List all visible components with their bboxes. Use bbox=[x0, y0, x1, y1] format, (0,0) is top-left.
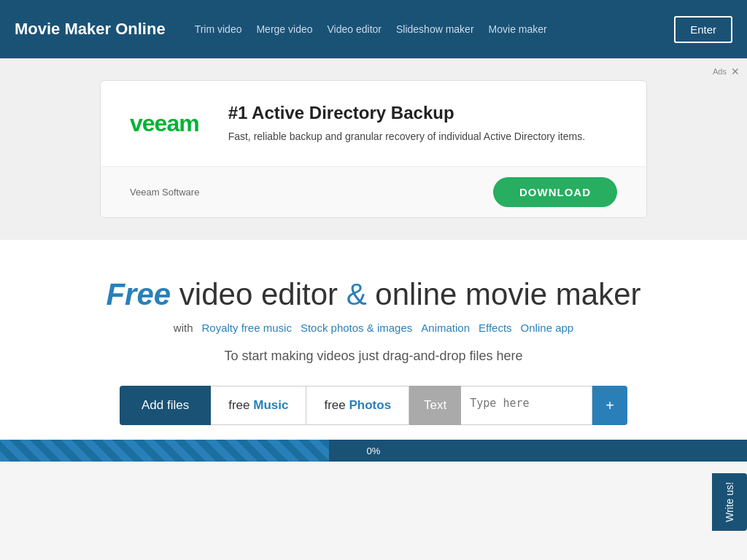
text-label-button[interactable]: Text bbox=[409, 386, 461, 425]
headline-end: online movie maker bbox=[375, 277, 640, 311]
ad-card: veeam #1 Active Directory Backup Fast, r… bbox=[100, 80, 647, 218]
ad-label: Ads bbox=[713, 67, 727, 76]
free-photos-button[interactable]: free Photos bbox=[306, 386, 409, 425]
ad-section: Ads ✕ veeam #1 Active Directory Backup F… bbox=[0, 58, 747, 240]
main-nav: Trim video Merge video Video editor Slid… bbox=[195, 23, 547, 35]
header-left: Movie Maker Online Trim video Merge vide… bbox=[15, 20, 547, 39]
subheading-online-app[interactable]: Online app bbox=[521, 322, 574, 334]
site-logo[interactable]: Movie Maker Online bbox=[15, 20, 166, 39]
header: Movie Maker Online Trim video Merge vide… bbox=[0, 0, 747, 58]
ad-close-icon[interactable]: ✕ bbox=[731, 66, 740, 77]
free-photos-photos: Photos bbox=[349, 398, 391, 412]
ad-title: #1 Active Directory Backup bbox=[228, 103, 585, 123]
subheading: with Royalty free music Stock photos & i… bbox=[15, 322, 732, 334]
free-music-music: Music bbox=[253, 398, 288, 412]
nav-slideshow-maker[interactable]: Slideshow maker bbox=[396, 23, 474, 35]
ad-text: #1 Active Directory Backup Fast, reliabl… bbox=[228, 103, 585, 144]
subheading-effects[interactable]: Effects bbox=[479, 322, 512, 334]
headline-free: Free bbox=[106, 277, 171, 311]
nav-trim-video[interactable]: Trim video bbox=[195, 23, 242, 35]
nav-movie-maker[interactable]: Movie maker bbox=[489, 23, 547, 35]
ad-card-footer: Veeam Software DOWNLOAD bbox=[101, 166, 646, 217]
tagline: To start making videos just drag-and-dro… bbox=[15, 349, 732, 364]
ad-description: Fast, reliable backup and granular recov… bbox=[228, 129, 585, 144]
subheading-stock[interactable]: Stock photos & images bbox=[301, 322, 412, 334]
main-headline: Free video editor & online movie maker bbox=[15, 276, 732, 313]
nav-merge-video[interactable]: Merge video bbox=[256, 23, 312, 35]
ad-source: Veeam Software bbox=[130, 187, 199, 198]
download-button[interactable]: DOWNLOAD bbox=[493, 177, 617, 207]
free-photos-free: free bbox=[324, 398, 345, 412]
free-music-free: free bbox=[228, 398, 249, 412]
free-music-button[interactable]: free Music bbox=[211, 386, 306, 425]
text-input[interactable] bbox=[461, 386, 592, 425]
action-bar: Add files free Music free Photos Text + bbox=[15, 386, 732, 425]
nav-video-editor[interactable]: Video editor bbox=[328, 23, 382, 35]
subheading-animation[interactable]: Animation bbox=[421, 322, 470, 334]
plus-button[interactable]: + bbox=[592, 386, 627, 425]
progress-area: 0% bbox=[0, 440, 747, 462]
progress-text: 0% bbox=[15, 446, 732, 456]
subheading-royalty[interactable]: Royalty free music bbox=[202, 322, 292, 334]
ad-badge: Ads ✕ bbox=[713, 66, 740, 77]
main-content: Free video editor & online movie maker w… bbox=[0, 240, 747, 440]
headline-amp: & bbox=[347, 277, 367, 311]
add-files-button[interactable]: Add files bbox=[120, 386, 211, 425]
subheading-with: with bbox=[174, 322, 193, 334]
veeam-logo: veeam bbox=[130, 110, 199, 137]
ad-card-content: veeam #1 Active Directory Backup Fast, r… bbox=[101, 81, 646, 166]
headline-video-editor: video editor bbox=[179, 277, 347, 311]
enter-button[interactable]: Enter bbox=[674, 16, 732, 43]
